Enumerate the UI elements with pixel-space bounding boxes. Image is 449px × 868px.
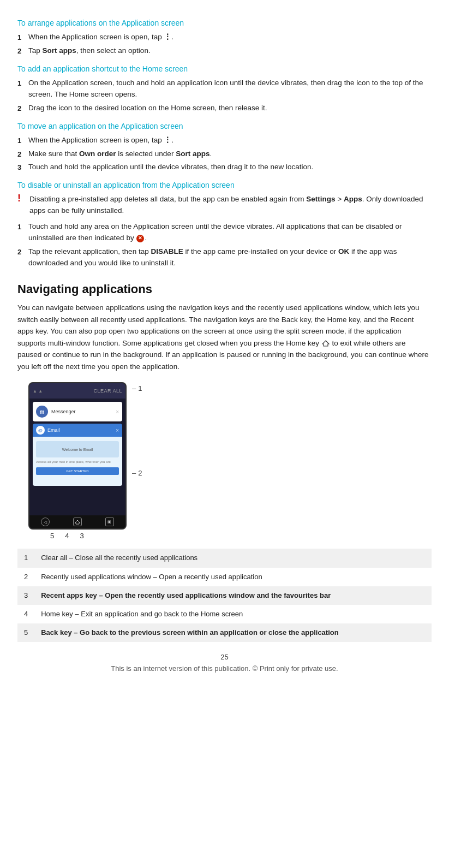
- screenshot-diagram: ▲ ▲ CLEAR ALL m Messenger × @ Email ×: [28, 382, 432, 540]
- arrange-steps: 1 When the Application screen is open, t…: [17, 32, 432, 57]
- move-steps: 1 When the Application screen is open, t…: [17, 135, 432, 174]
- step-number: 1: [17, 135, 28, 146]
- red-circle-icon: [136, 235, 144, 242]
- step-content: On the Application screen, touch and hol…: [28, 78, 432, 100]
- table-row: 4 Home key – Exit an application and go …: [17, 605, 432, 623]
- table-cell-num: 4: [17, 605, 34, 623]
- table-cell-text: Clear all – Close all the recently used …: [34, 549, 432, 567]
- email-content: Welcome to Email Access all your mail in…: [33, 437, 122, 486]
- disable-step-1: 1 Touch and hold any area on the Applica…: [17, 221, 432, 244]
- navigating-section: Navigating applications You can navigate…: [17, 282, 432, 373]
- table-cell-num: 3: [17, 586, 34, 605]
- callout-label-2: – 2: [132, 469, 142, 477]
- table-cell-text: Home key – Exit an application and go ba…: [34, 605, 432, 623]
- svg-marker-0: [322, 341, 329, 346]
- step-content: Tap Sort apps, then select an option.: [28, 45, 432, 57]
- warning-text: Disabling a pre-installed app deletes al…: [29, 194, 432, 217]
- step-number: 3: [17, 162, 28, 173]
- arrange-step-1: 1 When the Application screen is open, t…: [17, 32, 432, 43]
- callout-5: 5: [50, 532, 54, 540]
- bottom-nav: ◁ ▣: [29, 515, 125, 528]
- table-row: 1 Clear all – Close all the recently use…: [17, 549, 432, 567]
- row5-text: Back key – Go back to the previous scree…: [41, 628, 338, 637]
- table-cell-text: Recently used applications window – Open…: [34, 568, 432, 586]
- move-heading: To move an application on the Applicatio…: [17, 122, 432, 130]
- add-shortcut-step-2: 2 Drag the icon to the desired location …: [17, 103, 432, 114]
- table-cell-num: 1: [17, 549, 34, 567]
- table-cell-text: Recent apps key – Open the recently used…: [34, 586, 432, 605]
- step-content: Drag the icon to the desired location on…: [28, 103, 432, 114]
- copyright-text: This is an internet version of this publ…: [17, 664, 432, 673]
- clear-all-label: CLEAR ALL: [93, 388, 122, 394]
- table-row: 5 Back key – Go back to the previous scr…: [17, 623, 432, 642]
- move-step-3: 3 Touch and hold the application until t…: [17, 162, 432, 173]
- callout-number-1: 1: [138, 384, 142, 393]
- step-number: 2: [17, 103, 28, 114]
- navigating-heading: Navigating applications: [17, 282, 432, 296]
- disable-heading: To disable or uninstall an application f…: [17, 181, 432, 189]
- navigating-paragraph: You can navigate between applications us…: [17, 302, 432, 373]
- home-key-icon: [73, 518, 82, 526]
- email-label: Email: [47, 427, 60, 433]
- add-shortcut-section: To add an application shortcut to the Ho…: [17, 64, 432, 114]
- move-step-1: 1 When the Application screen is open, t…: [17, 135, 432, 146]
- table-body: 1 Clear all – Close all the recently use…: [17, 549, 432, 642]
- disable-step-2: 2 Tap the relevant application, then tap…: [17, 246, 432, 269]
- callout-table: 1 Clear all – Close all the recently use…: [17, 549, 432, 642]
- step-number: 1: [17, 32, 28, 43]
- add-shortcut-heading: To add an application shortcut to the Ho…: [17, 64, 432, 73]
- arrange-section: To arrange applications on the Applicati…: [17, 19, 432, 57]
- arrange-step-2: 2 Tap Sort apps, then select an option.: [17, 45, 432, 57]
- step-number: 1: [17, 221, 28, 233]
- step-content: Tap the relevant application, then tap D…: [28, 246, 432, 269]
- page-footer: 25 This is an internet version of this p…: [17, 653, 432, 673]
- warning-block: ! Disabling a pre-installed app deletes …: [17, 194, 432, 217]
- arrange-heading: To arrange applications on the Applicati…: [17, 19, 432, 27]
- callout-number-2: 2: [138, 469, 142, 477]
- table-cell-text: Back key – Go back to the previous scree…: [34, 623, 432, 642]
- step-content: Touch and hold the application until the…: [28, 162, 432, 173]
- step-content: When the Application screen is open, tap…: [28, 135, 432, 146]
- disable-steps: 1 Touch and hold any area on the Applica…: [17, 221, 432, 269]
- bottom-callout-numbers: 5 4 3: [50, 532, 127, 540]
- page-number: 25: [17, 653, 432, 661]
- callout-4: 4: [65, 532, 69, 540]
- move-section: To move an application on the Applicatio…: [17, 122, 432, 174]
- step-content: Make sure that Own order is selected und…: [28, 148, 432, 160]
- phone-top-bar: ▲ ▲ CLEAR ALL: [29, 383, 125, 399]
- back-key-icon: ◁: [41, 518, 50, 526]
- messenger-label: Messenger: [51, 409, 76, 414]
- table-row: 2 Recently used applications window – Op…: [17, 568, 432, 586]
- step-content: Touch and hold any area on the Applicati…: [28, 221, 432, 244]
- callout-3: 3: [80, 532, 83, 540]
- add-shortcut-step-1: 1 On the Application screen, touch and h…: [17, 78, 432, 100]
- step-number: 2: [17, 246, 28, 258]
- home-icon: [322, 340, 330, 347]
- step-content: When the Application screen is open, tap…: [28, 32, 432, 43]
- row3-text: Recent apps key – Open the recently used…: [41, 591, 331, 599]
- messenger-card: m Messenger ×: [33, 402, 122, 421]
- move-step-2: 2 Make sure that Own order is selected u…: [17, 148, 432, 160]
- step-number: 1: [17, 78, 28, 89]
- phone-screenshot: ▲ ▲ CLEAR ALL m Messenger × @ Email ×: [28, 382, 127, 530]
- table-row: 3 Recent apps key – Open the recently us…: [17, 586, 432, 605]
- table-cell-num: 5: [17, 623, 34, 642]
- step-number: 2: [17, 148, 28, 160]
- callout-labels: – 1 – 2: [132, 382, 142, 530]
- table-cell-num: 2: [17, 568, 34, 586]
- disable-section: To disable or uninstall an application f…: [17, 181, 432, 269]
- warning-icon: !: [17, 193, 29, 204]
- add-shortcut-steps: 1 On the Application screen, touch and h…: [17, 78, 432, 114]
- step-number: 2: [17, 45, 28, 57]
- email-header: @ Email ×: [33, 424, 122, 437]
- svg-marker-1: [75, 520, 80, 524]
- callout-label-1: – 1: [132, 384, 142, 393]
- recent-apps-key-icon: ▣: [105, 518, 114, 526]
